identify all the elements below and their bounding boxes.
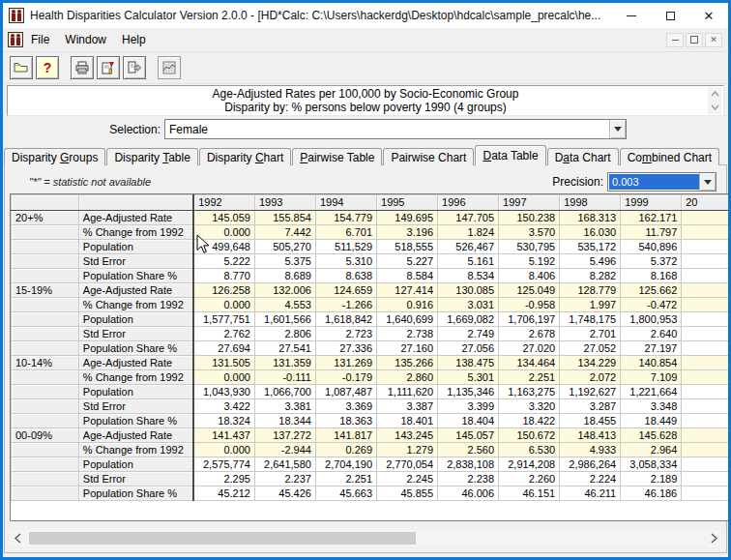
value-cell: -0.472 bbox=[621, 298, 682, 312]
value-cell: 2.238 bbox=[438, 472, 499, 486]
value-cell: 2.237 bbox=[254, 472, 315, 486]
scroll-right-button[interactable] bbox=[706, 530, 722, 546]
window-title: Health Disparities Calculator Version 2.… bbox=[30, 9, 612, 22]
scroll-left-button[interactable] bbox=[10, 530, 26, 546]
tab-pairwise-chart[interactable]: Pairwise Chart bbox=[383, 148, 474, 165]
value-cell: 27.052 bbox=[560, 341, 621, 356]
mdi-restore-icon bbox=[690, 36, 698, 44]
mdi-minimize-button[interactable] bbox=[666, 33, 684, 47]
value-cell: 8.282 bbox=[560, 269, 621, 283]
value-cell bbox=[682, 269, 730, 283]
value-cell: 155.854 bbox=[254, 211, 315, 225]
tab-disparity-groups[interactable]: Disparity Groups bbox=[4, 148, 105, 165]
value-cell: 8.534 bbox=[438, 269, 499, 283]
value-cell: 3.196 bbox=[377, 225, 438, 240]
metric-label-cell: Std Error bbox=[78, 399, 193, 414]
value-cell: 141.817 bbox=[315, 428, 376, 443]
maximize-button[interactable] bbox=[651, 3, 689, 28]
value-cell: 5.161 bbox=[438, 254, 499, 269]
value-cell: 18.422 bbox=[499, 414, 560, 428]
year-header: 1996 bbox=[438, 195, 499, 211]
table-row: Population Share %18.32418.34418.36318.4… bbox=[12, 414, 730, 428]
metric-label-cell: Population Share % bbox=[78, 341, 193, 356]
value-cell: 46.006 bbox=[438, 486, 499, 501]
export-button[interactable] bbox=[123, 56, 146, 79]
value-cell: 2.251 bbox=[499, 370, 560, 385]
menu-help[interactable]: Help bbox=[114, 30, 154, 49]
value-cell: 2.678 bbox=[499, 327, 560, 341]
close-button[interactable]: ✕ bbox=[689, 3, 728, 28]
value-cell bbox=[682, 472, 730, 486]
value-cell bbox=[682, 211, 730, 225]
mdi-close-button[interactable]: ✕ bbox=[705, 33, 722, 47]
mdi-window-controls: ✕ bbox=[664, 33, 722, 47]
group-label-cell: 10-14% bbox=[12, 356, 79, 370]
tab-pairwise-table[interactable]: Pairwise Table bbox=[292, 148, 382, 165]
close-icon: ✕ bbox=[704, 10, 715, 22]
tab-combined-chart[interactable]: Combined Chart bbox=[620, 148, 719, 165]
report-header-box: Age-Adjusted Rates per 100,000 by Socio-… bbox=[7, 85, 724, 116]
value-cell: 3,058,334 bbox=[621, 457, 682, 472]
value-cell: 3.387 bbox=[377, 399, 438, 414]
value-cell: 46.186 bbox=[621, 486, 682, 501]
chart-options-button[interactable] bbox=[158, 56, 181, 79]
table-row: Population Share %27.69427.54127.33627.1… bbox=[12, 341, 730, 356]
value-cell: 2.260 bbox=[499, 472, 560, 486]
selection-dropdown-button[interactable] bbox=[609, 120, 626, 138]
value-cell: 1,800,953 bbox=[621, 312, 682, 327]
chevron-left-icon bbox=[15, 533, 21, 544]
report-subtitle: Disparity by: % persons below poverty 19… bbox=[224, 101, 506, 114]
group-label-cell bbox=[12, 225, 79, 240]
open-button[interactable] bbox=[10, 56, 33, 79]
value-cell: 46.151 bbox=[499, 486, 560, 501]
group-label-cell bbox=[12, 486, 79, 501]
save-report-button[interactable] bbox=[97, 56, 120, 79]
table-row: Std Error5.2225.3755.3105.2275.1615.1925… bbox=[12, 254, 730, 269]
tab-disparity-table[interactable]: Disparity Table bbox=[106, 148, 197, 165]
scroll-up-icon[interactable] bbox=[711, 91, 719, 97]
table-row: Population Share %8.7708.6898.6388.5848.… bbox=[12, 269, 730, 283]
value-cell: 1,669,082 bbox=[438, 312, 499, 327]
header-scrollbar[interactable] bbox=[708, 87, 721, 114]
value-cell: 7.442 bbox=[254, 225, 315, 240]
help-button[interactable]: ? bbox=[36, 56, 59, 79]
scrollbar-thumb[interactable] bbox=[29, 532, 416, 545]
value-cell: 518,555 bbox=[377, 240, 438, 254]
table-row: Population499,648505,270511,529518,55552… bbox=[12, 240, 730, 254]
value-cell: 27.160 bbox=[377, 341, 438, 356]
tab-data-chart[interactable]: Data Chart bbox=[547, 148, 619, 165]
chevron-down-icon bbox=[704, 180, 712, 185]
value-cell: 3.399 bbox=[438, 399, 499, 414]
precision-combobox[interactable]: 0.003 bbox=[607, 172, 716, 192]
value-cell: 18.363 bbox=[315, 414, 376, 428]
value-cell: 1,135,346 bbox=[438, 385, 499, 399]
value-cell: 1,601,566 bbox=[254, 312, 315, 327]
horizontal-scrollbar[interactable] bbox=[10, 530, 722, 546]
app-icon bbox=[9, 8, 24, 23]
precision-dropdown-button[interactable] bbox=[699, 173, 716, 191]
minimize-button[interactable] bbox=[612, 3, 651, 28]
tab-disparity-chart[interactable]: Disparity Chart bbox=[199, 148, 291, 165]
table-row: Std Error2.2952.2372.2512.2452.2382.2602… bbox=[12, 472, 730, 486]
print-button[interactable] bbox=[71, 56, 94, 79]
metric-label-cell: % Change from 1992 bbox=[78, 370, 193, 385]
value-cell: 1,577,751 bbox=[193, 312, 254, 327]
metric-label-cell: Population Share % bbox=[78, 414, 193, 428]
value-cell: 2.245 bbox=[377, 472, 438, 486]
menu-file[interactable]: File bbox=[23, 30, 57, 49]
value-cell: 2,704,190 bbox=[315, 457, 376, 472]
value-cell: 2.964 bbox=[621, 443, 682, 457]
metric-label-cell: Std Error bbox=[78, 327, 193, 341]
value-cell: 3.287 bbox=[560, 399, 621, 414]
scroll-down-icon[interactable] bbox=[711, 104, 719, 110]
value-cell: 5.310 bbox=[315, 254, 376, 269]
year-header: 1997 bbox=[499, 195, 560, 211]
year-header: 1992 bbox=[193, 195, 254, 211]
value-cell bbox=[682, 240, 730, 254]
tab-data-table[interactable]: Data Table bbox=[475, 145, 545, 165]
value-cell: 150.238 bbox=[499, 211, 560, 225]
group-label-cell bbox=[12, 414, 79, 428]
menu-window[interactable]: Window bbox=[57, 30, 114, 49]
mdi-restore-button[interactable] bbox=[686, 33, 703, 47]
selection-combobox[interactable]: Female bbox=[164, 119, 627, 139]
